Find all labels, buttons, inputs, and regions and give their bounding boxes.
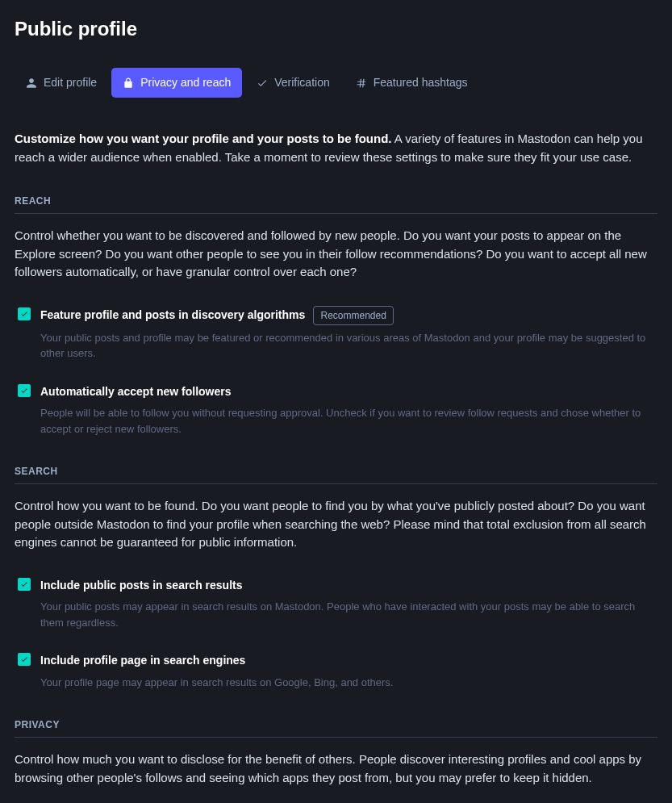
section-desc-privacy: Control how much you want to disclose fo… bbox=[15, 751, 657, 787]
tab-edit-profile[interactable]: Edit profile bbox=[15, 68, 108, 98]
setting-label: Automatically accept new followers bbox=[40, 385, 232, 398]
checkmark-icon bbox=[20, 655, 28, 663]
section-search: Search Control how you want to be found.… bbox=[15, 464, 657, 690]
section-header-privacy: Privacy bbox=[15, 717, 657, 738]
checkbox-include-posts[interactable] bbox=[18, 578, 31, 591]
user-icon bbox=[26, 77, 37, 89]
tabs: Edit profile Privacy and reach Verificat… bbox=[15, 68, 657, 98]
setting-hint: Your public posts may appear in search r… bbox=[40, 599, 657, 630]
setting-label: Include public posts in search results bbox=[40, 579, 243, 592]
setting-feature-profile: Feature profile and posts in discovery a… bbox=[15, 306, 657, 362]
tab-verification[interactable]: Verification bbox=[245, 68, 340, 98]
tab-label: Verification bbox=[274, 74, 329, 91]
section-header-search: Search bbox=[15, 464, 657, 484]
tab-label: Edit profile bbox=[44, 74, 97, 91]
section-desc-reach: Control whether you want to be discovere… bbox=[15, 227, 657, 282]
checkmark-icon bbox=[20, 310, 28, 318]
tab-label: Privacy and reach bbox=[140, 74, 231, 91]
setting-include-posts: Include public posts in search results Y… bbox=[15, 576, 657, 631]
section-desc-search: Control how you want to be found. Do you… bbox=[15, 497, 657, 552]
checkmark-icon bbox=[20, 387, 28, 395]
setting-auto-accept: Automatically accept new followers Peopl… bbox=[15, 383, 657, 437]
section-header-reach: Reach bbox=[15, 194, 657, 214]
setting-label: Include profile page in search engines bbox=[40, 654, 245, 667]
section-privacy: Privacy Control how much you want to dis… bbox=[15, 717, 657, 803]
setting-label: Feature profile and posts in discovery a… bbox=[40, 308, 305, 321]
check-icon bbox=[257, 77, 268, 89]
setting-hint: Your profile page may appear in search r… bbox=[40, 675, 657, 691]
hashtag-icon bbox=[356, 77, 367, 89]
checkmark-icon bbox=[20, 580, 28, 588]
checkbox-auto-accept[interactable] bbox=[18, 384, 31, 397]
intro-bold: Customize how you want your profile and … bbox=[15, 132, 392, 145]
checkbox-feature-profile[interactable] bbox=[18, 307, 31, 320]
tab-featured-hashtags[interactable]: Featured hashtags bbox=[344, 68, 479, 98]
intro-text: Customize how you want your profile and … bbox=[15, 130, 657, 166]
checkbox-include-engines[interactable] bbox=[18, 653, 31, 666]
setting-hint: People will be able to follow you withou… bbox=[40, 405, 657, 437]
page-title: Public profile bbox=[15, 15, 657, 44]
recommended-badge: Recommended bbox=[313, 306, 393, 325]
section-reach: Reach Control whether you want to be dis… bbox=[15, 194, 657, 437]
lock-icon bbox=[123, 77, 134, 89]
setting-include-engines: Include profile page in search engines Y… bbox=[15, 651, 657, 690]
tab-privacy-reach[interactable]: Privacy and reach bbox=[111, 68, 242, 98]
setting-hint: Your public posts and profile may be fea… bbox=[40, 330, 657, 362]
tab-label: Featured hashtags bbox=[374, 74, 468, 91]
